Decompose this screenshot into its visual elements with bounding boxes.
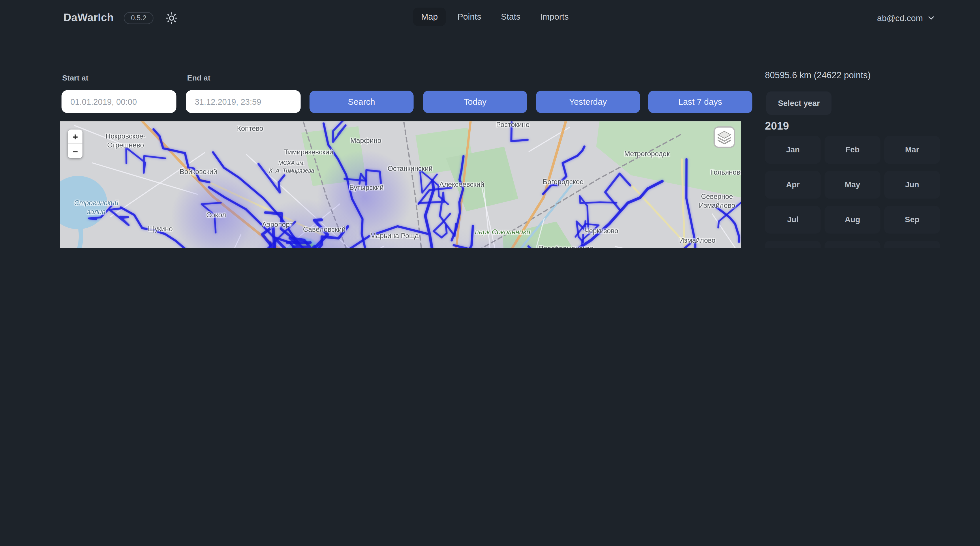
end-at-label: End at: [187, 73, 210, 83]
map-tiles: [60, 121, 741, 248]
app-root: DaWarIch 0.5.2 Map Points Stats Imports …: [0, 0, 980, 248]
layers-icon: [717, 129, 732, 145]
last-7-days-button[interactable]: Last 7 days: [648, 91, 752, 113]
version-badge: 0.5.2: [124, 12, 153, 24]
month-button-apr[interactable]: Apr: [765, 171, 821, 199]
start-at-input[interactable]: [61, 90, 176, 113]
month-button-jul[interactable]: Jul: [765, 206, 821, 234]
theme-toggle-sun-icon[interactable]: [164, 10, 180, 26]
month-button-dec[interactable]: Dec: [884, 241, 940, 248]
user-email: ab@cd.com: [877, 13, 923, 22]
main-nav: Map Points Stats Imports: [413, 8, 577, 26]
month-button-sep[interactable]: Sep: [884, 206, 940, 234]
month-button-aug[interactable]: Aug: [824, 206, 880, 234]
distance-points-stat: 80595.6 km (24622 points): [765, 70, 870, 80]
tab-map[interactable]: Map: [413, 8, 446, 26]
month-button-jun[interactable]: Jun: [884, 171, 940, 199]
app-logo: DaWarIch: [64, 11, 114, 24]
today-button[interactable]: Today: [423, 91, 527, 113]
month-button-nov[interactable]: Nov: [824, 241, 880, 248]
search-button[interactable]: Search: [309, 91, 414, 113]
tab-imports[interactable]: Imports: [532, 8, 577, 26]
tab-stats[interactable]: Stats: [493, 8, 529, 26]
chevron-down-icon: [927, 14, 935, 21]
layers-control[interactable]: [714, 126, 735, 148]
user-menu[interactable]: ab@cd.com: [877, 0, 935, 35]
month-button-may[interactable]: May: [824, 171, 880, 199]
start-at-label: Start at: [62, 73, 89, 83]
month-button-oct[interactable]: Oct: [765, 241, 821, 248]
month-button-jan[interactable]: Jan: [765, 136, 821, 164]
select-year-button[interactable]: Select year: [766, 91, 832, 115]
zoom-in-button[interactable]: +: [68, 129, 83, 144]
month-button-mar[interactable]: Mar: [884, 136, 940, 164]
map[interactable]: КоптевоПокровское- СтрешневоТимирязевски…: [60, 121, 741, 248]
month-grid: JanFebMarAprMayJunJulAugSepOctNovDec: [765, 136, 940, 248]
end-at-input[interactable]: [186, 90, 301, 113]
zoom-out-button[interactable]: −: [68, 144, 83, 158]
map-zoom-control: + −: [68, 129, 83, 158]
month-button-feb[interactable]: Feb: [824, 136, 880, 164]
year-heading: 2019: [765, 120, 789, 133]
tab-points[interactable]: Points: [449, 8, 490, 26]
yesterday-button[interactable]: Yesterday: [536, 91, 640, 113]
